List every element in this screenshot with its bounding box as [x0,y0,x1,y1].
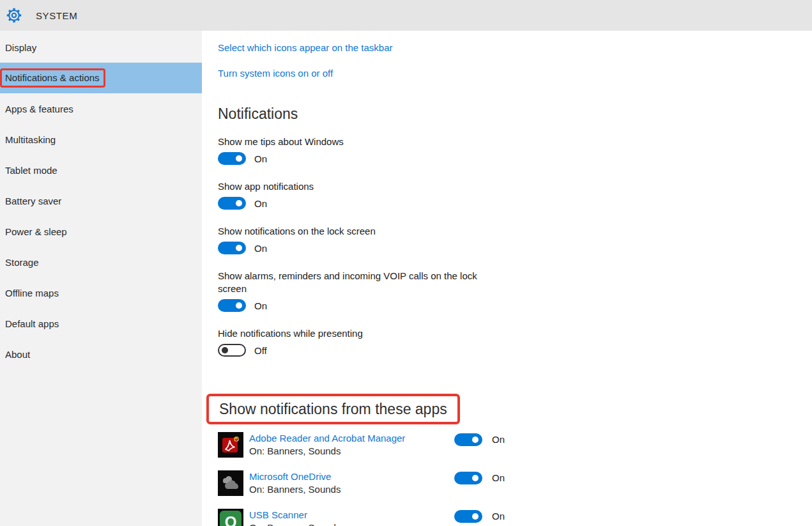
toggle-state-label: On [492,511,505,522]
app-detail: On: Banners, Sounds [249,483,454,496]
sidebar: Display Notifications & actions Apps & f… [0,31,202,526]
sidebar-item-about[interactable]: About [0,339,202,369]
app-link-usb-scanner[interactable]: USB Scanner [249,509,307,522]
sidebar-item-label: Notifications & actions [5,72,100,83]
annotation-box: Show notifications from these apps [206,394,460,424]
sidebar-item-multitasking[interactable]: Multitasking [0,124,202,155]
page-title: SYSTEM [36,10,77,21]
usb-scanner-icon: Q [218,509,243,526]
setting-label: Show app notifications [218,180,480,193]
app-detail: On: Banners, Sounds [249,522,454,526]
toggle-app-usb-scanner[interactable] [454,510,482,523]
toggle-state-label: On [254,243,267,254]
onedrive-icon [218,470,243,496]
app-link-onedrive[interactable]: Microsoft OneDrive [249,470,331,483]
toggle-show-tips[interactable] [218,152,246,165]
main-content: Select which icons appear on the taskbar… [202,31,812,526]
sidebar-item-display[interactable]: Display [0,32,202,63]
toggle-state-label: On [254,153,267,164]
svg-text:Q: Q [225,513,237,526]
link-select-taskbar-icons[interactable]: Select which icons appear on the taskbar [218,42,812,54]
sidebar-item-tablet-mode[interactable]: Tablet mode [0,155,202,185]
sidebar-item-power-sleep[interactable]: Power & sleep [0,216,202,247]
setting-alarms-voip: Show alarms, reminders and incoming VOIP… [218,270,812,312]
sidebar-item-notifications-actions[interactable]: Notifications & actions [0,63,202,93]
toggle-app-onedrive[interactable] [454,472,482,484]
apps-heading: Show notifications from these apps [219,399,447,419]
link-turn-system-icons[interactable]: Turn system icons on or off [218,67,812,80]
toggle-lock-screen-notifications[interactable] [218,242,246,254]
setting-label: Hide notifications while presenting [218,327,480,340]
app-row-adobe-reader: Adobe Reader and Acrobat Manager On: Ban… [218,432,812,470]
toggle-state-label: On [492,472,505,483]
setting-label: Show me tips about Windows [218,135,480,148]
toggle-state-label: On [492,434,505,445]
sidebar-item-offline-maps[interactable]: Offline maps [0,277,202,308]
sidebar-item-default-apps[interactable]: Default apps [0,308,202,339]
app-detail: On: Banners, Sounds [249,445,454,458]
adobe-reader-icon [218,432,243,458]
toggle-app-notifications[interactable] [218,197,246,210]
toggle-state-label: On [254,300,267,311]
toggle-app-adobe-reader[interactable] [454,433,482,446]
setting-label: Show alarms, reminders and incoming VOIP… [218,270,480,295]
app-row-usb-scanner: Q USB Scanner On: Banners, Sounds On [218,509,812,526]
setting-hide-while-presenting: Hide notifications while presenting Off [218,327,812,357]
app-row-onedrive: Microsoft OneDrive On: Banners, Sounds O… [218,470,812,509]
toggle-state-label: Off [254,345,267,356]
setting-label: Show notifications on the lock screen [218,225,480,238]
setting-show-tips: Show me tips about Windows On [218,135,812,165]
setting-lock-screen-notifications: Show notifications on the lock screen On [218,225,812,254]
toggle-alarms-voip[interactable] [218,299,246,312]
setting-app-notifications: Show app notifications On [218,180,812,210]
header: SYSTEM [0,0,812,31]
apps-list: Adobe Reader and Acrobat Manager On: Ban… [218,432,812,526]
annotation-box: Notifications & actions [0,68,105,88]
app-link-adobe-reader[interactable]: Adobe Reader and Acrobat Manager [249,432,405,445]
notifications-heading: Notifications [218,104,812,123]
sidebar-item-storage[interactable]: Storage [0,247,202,277]
toggle-hide-while-presenting[interactable] [218,344,246,357]
sidebar-item-apps-features[interactable]: Apps & features [0,93,202,124]
sidebar-item-battery-saver[interactable]: Battery saver [0,185,202,216]
gear-icon [6,7,22,24]
toggle-state-label: On [254,198,267,209]
